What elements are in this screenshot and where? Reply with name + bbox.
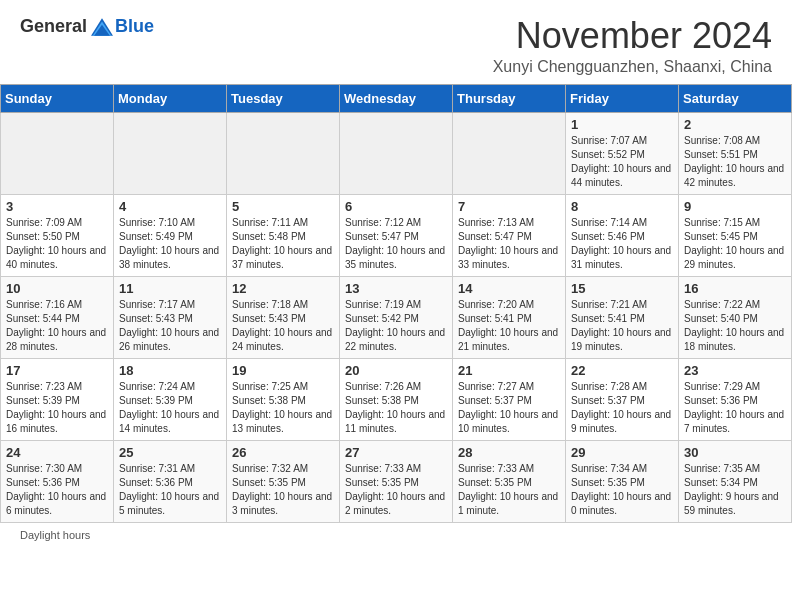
day-number: 23 [684,363,786,378]
day-number: 2 [684,117,786,132]
calendar-cell-4-3: 27Sunrise: 7:33 AMSunset: 5:35 PMDayligh… [340,440,453,522]
day-number: 28 [458,445,560,460]
day-info: Sunrise: 7:19 AMSunset: 5:42 PMDaylight:… [345,298,447,354]
header-tuesday: Tuesday [227,84,340,112]
calendar-header-row: SundayMondayTuesdayWednesdayThursdayFrid… [1,84,792,112]
calendar-cell-4-6: 30Sunrise: 7:35 AMSunset: 5:34 PMDayligh… [679,440,792,522]
day-info: Sunrise: 7:22 AMSunset: 5:40 PMDaylight:… [684,298,786,354]
day-info: Sunrise: 7:14 AMSunset: 5:46 PMDaylight:… [571,216,673,272]
calendar-cell-1-3: 6Sunrise: 7:12 AMSunset: 5:47 PMDaylight… [340,194,453,276]
day-number: 30 [684,445,786,460]
day-number: 26 [232,445,334,460]
day-number: 9 [684,199,786,214]
daylight-label: Daylight hours [20,529,90,541]
calendar-cell-2-0: 10Sunrise: 7:16 AMSunset: 5:44 PMDayligh… [1,276,114,358]
calendar-cell-1-6: 9Sunrise: 7:15 AMSunset: 5:45 PMDaylight… [679,194,792,276]
day-number: 17 [6,363,108,378]
calendar-cell-4-2: 26Sunrise: 7:32 AMSunset: 5:35 PMDayligh… [227,440,340,522]
calendar-cell-1-4: 7Sunrise: 7:13 AMSunset: 5:47 PMDaylight… [453,194,566,276]
calendar-cell-4-1: 25Sunrise: 7:31 AMSunset: 5:36 PMDayligh… [114,440,227,522]
day-info: Sunrise: 7:18 AMSunset: 5:43 PMDaylight:… [232,298,334,354]
week-row-3: 10Sunrise: 7:16 AMSunset: 5:44 PMDayligh… [1,276,792,358]
day-info: Sunrise: 7:24 AMSunset: 5:39 PMDaylight:… [119,380,221,436]
day-info: Sunrise: 7:17 AMSunset: 5:43 PMDaylight:… [119,298,221,354]
day-info: Sunrise: 7:16 AMSunset: 5:44 PMDaylight:… [6,298,108,354]
day-info: Sunrise: 7:15 AMSunset: 5:45 PMDaylight:… [684,216,786,272]
header-wednesday: Wednesday [340,84,453,112]
calendar-cell-0-0 [1,112,114,194]
day-number: 13 [345,281,447,296]
calendar-cell-3-2: 19Sunrise: 7:25 AMSunset: 5:38 PMDayligh… [227,358,340,440]
logo-area: General Blue [20,16,154,37]
calendar-cell-4-0: 24Sunrise: 7:30 AMSunset: 5:36 PMDayligh… [1,440,114,522]
calendar-cell-3-3: 20Sunrise: 7:26 AMSunset: 5:38 PMDayligh… [340,358,453,440]
header-thursday: Thursday [453,84,566,112]
day-number: 7 [458,199,560,214]
day-info: Sunrise: 7:11 AMSunset: 5:48 PMDaylight:… [232,216,334,272]
day-info: Sunrise: 7:32 AMSunset: 5:35 PMDaylight:… [232,462,334,518]
calendar-cell-0-2 [227,112,340,194]
calendar-cell-3-6: 23Sunrise: 7:29 AMSunset: 5:36 PMDayligh… [679,358,792,440]
day-info: Sunrise: 7:21 AMSunset: 5:41 PMDaylight:… [571,298,673,354]
day-info: Sunrise: 7:25 AMSunset: 5:38 PMDaylight:… [232,380,334,436]
header-saturday: Saturday [679,84,792,112]
day-number: 24 [6,445,108,460]
day-info: Sunrise: 7:35 AMSunset: 5:34 PMDaylight:… [684,462,786,518]
calendar-cell-1-2: 5Sunrise: 7:11 AMSunset: 5:48 PMDaylight… [227,194,340,276]
week-row-1: 1Sunrise: 7:07 AMSunset: 5:52 PMDaylight… [1,112,792,194]
day-number: 3 [6,199,108,214]
day-number: 10 [6,281,108,296]
week-row-2: 3Sunrise: 7:09 AMSunset: 5:50 PMDaylight… [1,194,792,276]
logo: General Blue [20,16,154,37]
header-sunday: Sunday [1,84,114,112]
calendar-cell-1-0: 3Sunrise: 7:09 AMSunset: 5:50 PMDaylight… [1,194,114,276]
calendar-cell-3-4: 21Sunrise: 7:27 AMSunset: 5:37 PMDayligh… [453,358,566,440]
calendar-cell-0-5: 1Sunrise: 7:07 AMSunset: 5:52 PMDaylight… [566,112,679,194]
calendar-table: SundayMondayTuesdayWednesdayThursdayFrid… [0,84,792,523]
calendar-cell-1-5: 8Sunrise: 7:14 AMSunset: 5:46 PMDaylight… [566,194,679,276]
calendar-cell-2-1: 11Sunrise: 7:17 AMSunset: 5:43 PMDayligh… [114,276,227,358]
day-number: 16 [684,281,786,296]
day-number: 29 [571,445,673,460]
day-info: Sunrise: 7:26 AMSunset: 5:38 PMDaylight:… [345,380,447,436]
header-friday: Friday [566,84,679,112]
day-info: Sunrise: 7:20 AMSunset: 5:41 PMDaylight:… [458,298,560,354]
day-info: Sunrise: 7:33 AMSunset: 5:35 PMDaylight:… [458,462,560,518]
day-number: 25 [119,445,221,460]
day-info: Sunrise: 7:28 AMSunset: 5:37 PMDaylight:… [571,380,673,436]
header-monday: Monday [114,84,227,112]
calendar-cell-4-4: 28Sunrise: 7:33 AMSunset: 5:35 PMDayligh… [453,440,566,522]
location: Xunyi Chengguanzhen, Shaanxi, China [493,58,772,76]
day-info: Sunrise: 7:12 AMSunset: 5:47 PMDaylight:… [345,216,447,272]
day-info: Sunrise: 7:33 AMSunset: 5:35 PMDaylight:… [345,462,447,518]
calendar-cell-2-3: 13Sunrise: 7:19 AMSunset: 5:42 PMDayligh… [340,276,453,358]
title-area: November 2024 Xunyi Chengguanzhen, Shaan… [493,16,772,76]
day-number: 27 [345,445,447,460]
month-title: November 2024 [493,16,772,56]
week-row-5: 24Sunrise: 7:30 AMSunset: 5:36 PMDayligh… [1,440,792,522]
calendar-cell-4-5: 29Sunrise: 7:34 AMSunset: 5:35 PMDayligh… [566,440,679,522]
day-info: Sunrise: 7:31 AMSunset: 5:36 PMDaylight:… [119,462,221,518]
logo-general: General [20,16,87,37]
page-header: General Blue November 2024 Xunyi Chenggu… [0,0,792,84]
calendar-cell-2-2: 12Sunrise: 7:18 AMSunset: 5:43 PMDayligh… [227,276,340,358]
day-info: Sunrise: 7:23 AMSunset: 5:39 PMDaylight:… [6,380,108,436]
calendar-cell-2-6: 16Sunrise: 7:22 AMSunset: 5:40 PMDayligh… [679,276,792,358]
day-number: 4 [119,199,221,214]
day-number: 5 [232,199,334,214]
week-row-4: 17Sunrise: 7:23 AMSunset: 5:39 PMDayligh… [1,358,792,440]
calendar-footer: Daylight hours [0,523,792,547]
calendar-cell-0-3 [340,112,453,194]
day-info: Sunrise: 7:13 AMSunset: 5:47 PMDaylight:… [458,216,560,272]
calendar-cell-3-5: 22Sunrise: 7:28 AMSunset: 5:37 PMDayligh… [566,358,679,440]
calendar-cell-3-0: 17Sunrise: 7:23 AMSunset: 5:39 PMDayligh… [1,358,114,440]
day-number: 20 [345,363,447,378]
day-number: 19 [232,363,334,378]
day-info: Sunrise: 7:10 AMSunset: 5:49 PMDaylight:… [119,216,221,272]
day-number: 1 [571,117,673,132]
day-info: Sunrise: 7:08 AMSunset: 5:51 PMDaylight:… [684,134,786,190]
calendar-cell-0-4 [453,112,566,194]
calendar-cell-1-1: 4Sunrise: 7:10 AMSunset: 5:49 PMDaylight… [114,194,227,276]
day-number: 22 [571,363,673,378]
calendar-cell-0-1 [114,112,227,194]
